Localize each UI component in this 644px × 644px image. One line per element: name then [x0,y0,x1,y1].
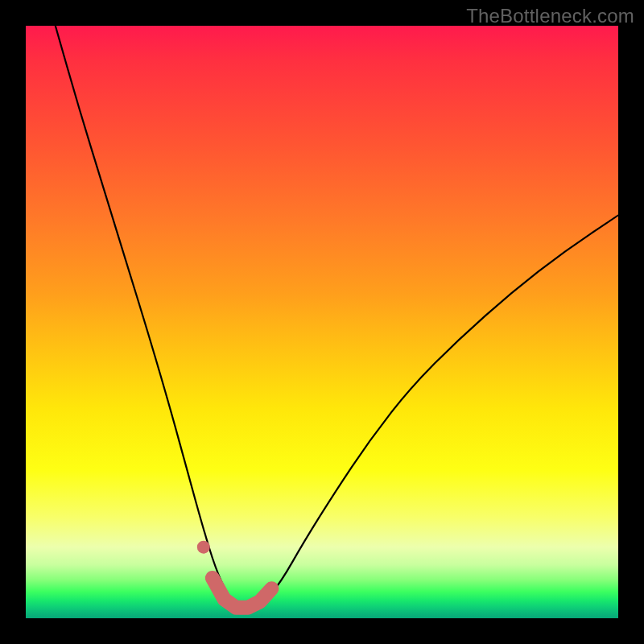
curve-layer [26,26,618,618]
bottleneck-curve [56,26,618,609]
plot-area [26,26,618,618]
minimum-highlight [197,541,272,608]
svg-point-0 [197,541,210,554]
chart-frame: TheBottleneck.com [0,0,644,644]
watermark-label: TheBottleneck.com [466,5,634,27]
